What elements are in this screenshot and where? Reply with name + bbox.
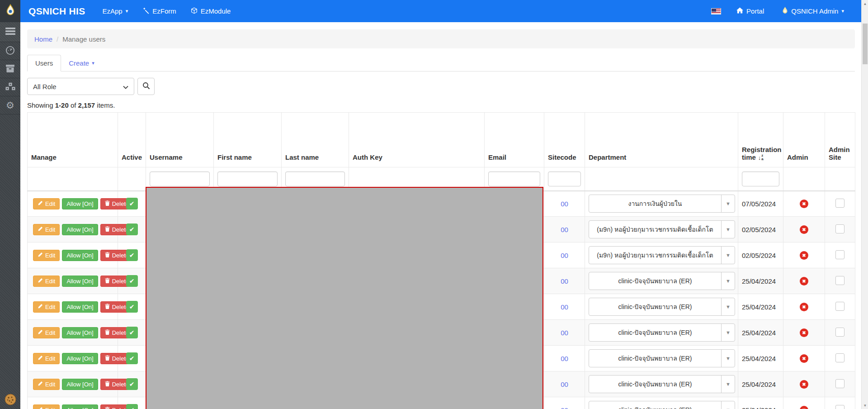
scroll-down-arrow[interactable]: ▼ — [862, 402, 868, 409]
brand-logo[interactable] — [0, 0, 20, 22]
admin-site-checkbox[interactable] — [835, 302, 844, 311]
department-select[interactable]: clinic-ปัจจุบันพยาบาล (ER) ▼ — [589, 349, 735, 367]
department-select[interactable]: (ม9ก) หอผู้ป่วยกุมารเวชกรรมติดเชื้อเด็กโ… — [589, 246, 735, 264]
edit-button-label: Edit — [45, 329, 55, 336]
admin-site-checkbox[interactable] — [835, 250, 844, 259]
department-select[interactable]: clinic-ปัจจุบันพยาบาล (ER) ▼ — [589, 298, 735, 316]
role-select[interactable]: All Role — [27, 78, 134, 95]
sidebar-item-settings[interactable]: ⚙ — [0, 96, 20, 114]
col-department[interactable]: Department — [585, 113, 738, 167]
chevron-down-icon[interactable]: ▼ — [721, 350, 735, 367]
tab-create[interactable]: Create ▾ — [61, 55, 102, 71]
department-select[interactable]: clinic-ปัจจุบันพยาบาล (ER) ▼ — [589, 323, 735, 342]
admin-site-checkbox[interactable] — [835, 353, 844, 362]
department-select-value: clinic-ปัจจุบันพยาบาล (ER) — [589, 376, 721, 393]
nav-ezapp[interactable]: EzApp ▾ — [95, 0, 136, 22]
registration-time-filter-input[interactable] — [742, 171, 779, 186]
admin-site-checkbox[interactable] — [835, 276, 844, 285]
first-name-filter-input[interactable] — [217, 171, 278, 186]
registration-time-cell: 07/05/2024 — [738, 191, 783, 217]
admin-site-checkbox[interactable] — [835, 379, 844, 388]
col-registration-time[interactable]: Registration time↓za — [738, 113, 783, 167]
nav-ezform[interactable]: EzForm — [135, 0, 184, 22]
us-flag-icon — [711, 8, 721, 14]
chevron-down-icon[interactable]: ▼ — [721, 298, 735, 315]
username-filter-input[interactable] — [150, 171, 210, 186]
sitecode-link[interactable]: 00 — [561, 252, 568, 259]
allow-button-label: Allow [On] — [66, 252, 93, 259]
admin-site-checkbox[interactable] — [835, 199, 844, 208]
email-filter-input[interactable] — [488, 171, 540, 186]
department-select[interactable]: clinic-ปัจจุบันพยาบาล (ER) ▼ — [589, 375, 735, 393]
edit-button[interactable]: Edit — [33, 404, 60, 409]
scroll-up-arrow[interactable]: ▲ — [862, 0, 868, 7]
edit-button[interactable]: Edit — [33, 301, 60, 313]
app-title[interactable]: QSNICH HIS — [20, 6, 95, 17]
user-menu[interactable]: QSNICH Admin ▾ — [775, 0, 851, 22]
department-select[interactable]: clinic-ปัจจุบันพยาบาล (ER) ▼ — [589, 272, 735, 290]
allow-button[interactable]: Allow [On] — [62, 276, 98, 287]
vertical-scrollbar[interactable]: ▲ ▼ — [861, 0, 868, 409]
allow-button[interactable]: Allow [On] — [62, 353, 98, 364]
allow-button[interactable]: Allow [On] — [62, 198, 98, 209]
admin-site-checkbox[interactable] — [835, 405, 844, 409]
col-username[interactable]: Username — [146, 113, 214, 167]
allow-button[interactable]: Allow [On] — [62, 404, 98, 409]
edit-button[interactable]: Edit — [33, 327, 60, 338]
col-last-name[interactable]: Last name — [282, 113, 349, 167]
chevron-down-icon[interactable]: ▼ — [721, 272, 735, 290]
allow-button[interactable]: Allow [On] — [62, 301, 98, 313]
nav-ezmodule[interactable]: EzModule — [184, 0, 238, 22]
trash-icon — [105, 407, 110, 409]
department-select[interactable]: งานการเงินผู้ป่วยใน ▼ — [589, 195, 735, 213]
sitecode-link[interactable]: 00 — [561, 355, 568, 362]
admin-site-checkbox[interactable] — [835, 328, 844, 337]
col-sitecode[interactable]: Sitecode — [544, 113, 585, 167]
scroll-thumb[interactable] — [863, 24, 868, 64]
admin-no-icon: ✖ — [800, 328, 808, 337]
edit-button[interactable]: Edit — [33, 276, 60, 287]
last-name-filter-input[interactable] — [285, 171, 345, 186]
col-email[interactable]: Email — [485, 113, 544, 167]
breadcrumb: Home / Manage users — [27, 29, 855, 48]
allow-button[interactable]: Allow [On] — [62, 224, 98, 235]
sitecode-link[interactable]: 00 — [561, 277, 568, 285]
search-button[interactable] — [137, 78, 155, 95]
edit-button[interactable]: Edit — [33, 224, 60, 235]
breadcrumb-home-link[interactable]: Home — [34, 35, 52, 43]
chevron-down-icon[interactable]: ▼ — [721, 221, 735, 238]
col-first-name[interactable]: First name — [214, 113, 282, 167]
chevron-down-icon[interactable]: ▼ — [721, 195, 735, 212]
sitecode-link[interactable]: 00 — [561, 303, 568, 311]
chevron-down-icon[interactable]: ▼ — [721, 324, 735, 341]
allow-button[interactable]: Allow [On] — [62, 327, 98, 338]
nav-portal[interactable]: Portal — [729, 0, 771, 22]
sidebar-item-modules[interactable] — [0, 78, 20, 96]
admin-site-checkbox[interactable] — [835, 224, 844, 233]
active-check-icon: ✔ — [126, 275, 138, 287]
cookie-icon[interactable] — [4, 393, 17, 407]
col-auth-key[interactable]: Auth Key — [349, 113, 485, 167]
department-select[interactable]: (ม9ก) หอผู้ป่วยกุมารเวชกรรมติดเชื้อเด็กโ… — [589, 220, 735, 238]
language-switcher[interactable] — [707, 0, 726, 22]
department-select[interactable]: clinic-ปัจจุบันพยาบาล (ER) ▼ — [589, 401, 735, 409]
chevron-down-icon[interactable]: ▼ — [721, 376, 735, 393]
edit-button[interactable]: Edit — [33, 353, 60, 364]
allow-button[interactable]: Allow [On] — [62, 250, 98, 261]
sitecode-link[interactable]: 00 — [561, 329, 568, 337]
edit-button[interactable]: Edit — [33, 379, 60, 390]
sitecode-link[interactable]: 00 — [561, 406, 568, 409]
sidebar-item-archive[interactable] — [0, 60, 20, 78]
allow-button[interactable]: Allow [On] — [62, 379, 98, 390]
chevron-down-icon[interactable]: ▼ — [721, 401, 735, 409]
sitecode-filter-input[interactable] — [548, 171, 581, 186]
chevron-down-icon[interactable]: ▼ — [721, 247, 735, 264]
sitecode-link[interactable]: 00 — [561, 200, 568, 208]
tab-users[interactable]: Users — [27, 55, 61, 71]
sitecode-link[interactable]: 00 — [561, 380, 568, 388]
sidebar-toggle[interactable] — [0, 22, 20, 42]
sidebar-item-dashboard[interactable] — [0, 42, 20, 60]
edit-button[interactable]: Edit — [33, 250, 60, 261]
edit-button[interactable]: Edit — [33, 198, 60, 209]
sitecode-link[interactable]: 00 — [561, 226, 568, 233]
